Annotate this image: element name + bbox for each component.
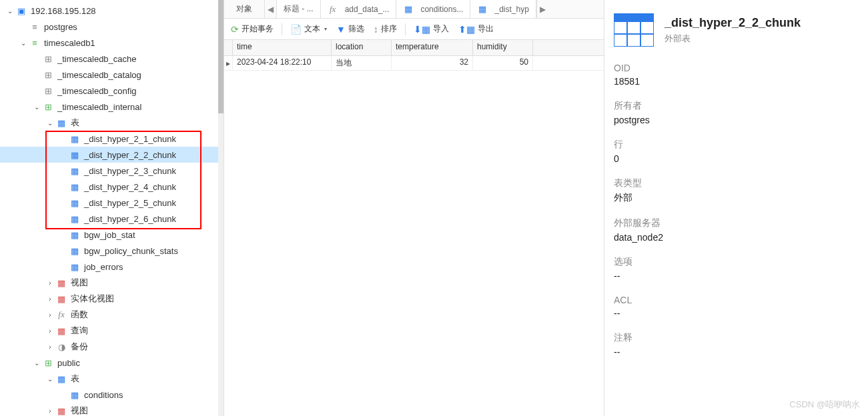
tree-db-postgres[interactable]: ≡ postgres xyxy=(0,19,224,35)
tree-server[interactable]: ⌄ ▣ 192.168.195.128 xyxy=(0,3,224,19)
folder-label: 备份 xyxy=(71,341,88,353)
export-button[interactable]: ⬆▦ 导出 xyxy=(454,21,498,37)
col-header-temperature[interactable]: temperature xyxy=(392,40,473,55)
scrollbar[interactable] xyxy=(218,0,224,416)
chevron-right-icon[interactable]: › xyxy=(45,326,55,335)
chevron-right-icon[interactable]: › xyxy=(45,294,55,303)
tab-add-data[interactable]: fx add_data_... xyxy=(321,0,397,18)
tree-folder-tables[interactable]: ⌄ ▦ 表 xyxy=(0,115,224,131)
toolbar: ⟳ 开始事务 📄 文本 ▾ ▼ 筛选 ↕ 排序 ⬇▦ 导入 ⬆▦ 导出 xyxy=(224,19,604,40)
chevron-down-icon[interactable]: ⌄ xyxy=(32,358,41,367)
tree-table-chunk[interactable]: ▦ _dist_hyper_2_2_chunk xyxy=(0,147,224,163)
table-icon: ▦ xyxy=(69,229,80,240)
chevron-down-icon[interactable]: ⌄ xyxy=(45,118,55,127)
tree-folder-public-tables[interactable]: ⌄ ▦ 表 xyxy=(0,371,224,387)
tree-folder-functions[interactable]: › fx 函数 xyxy=(0,307,224,323)
col-header-humidity[interactable]: humidity xyxy=(473,40,533,55)
text-mode-button[interactable]: 📄 文本 ▾ xyxy=(286,21,331,37)
tree-schema-internal[interactable]: ⌄ ⊞ _timescaledb_internal xyxy=(0,99,224,115)
chevron-down-icon[interactable]: ⌄ xyxy=(5,6,15,15)
tab-conditions[interactable]: ▦ conditions... xyxy=(396,0,470,18)
tree-schema-config[interactable]: ⊞ _timescaledb_config xyxy=(0,83,224,99)
table-icon: ▦ xyxy=(69,165,80,176)
table-folder-icon: ▦ xyxy=(56,373,67,384)
table-icon: ▦ xyxy=(69,213,80,224)
cell-location[interactable]: 当地 xyxy=(332,56,392,70)
col-header-location[interactable]: location xyxy=(332,40,392,55)
backup-icon: ◑ xyxy=(56,341,67,352)
db-label: postgres xyxy=(44,22,77,32)
tree-table-conditions[interactable]: ▦ conditions xyxy=(0,387,224,403)
chevron-down-icon[interactable]: ⌄ xyxy=(45,374,55,383)
tree-table-job-errors[interactable]: ▦ job_errors xyxy=(0,259,224,275)
database-icon: ≡ xyxy=(29,21,40,32)
tree-table-bgw-job-stat[interactable]: ▦ bgw_job_stat xyxy=(0,227,224,243)
data-grid[interactable]: time location temperature humidity ▸ 202… xyxy=(224,40,604,416)
tab-title[interactable]: 标题 - ... xyxy=(276,0,321,18)
table-label: conditions xyxy=(84,390,123,400)
tree-schema-cache[interactable]: ⊞ _timescaledb_cache xyxy=(0,51,224,67)
tab-dist-hyper[interactable]: ▦ _dist_hyp xyxy=(470,0,536,18)
chevron-right-icon[interactable]: › xyxy=(45,310,55,319)
cell-time[interactable]: 2023-04-24 18:22:10 xyxy=(233,56,332,70)
import-button[interactable]: ⬇▦ 导入 xyxy=(410,21,453,37)
table-label: bgw_job_stat xyxy=(84,230,135,240)
table-row[interactable]: ▸ 2023-04-24 18:22:10 当地 32 50 xyxy=(224,56,604,71)
tree-schema-catalog[interactable]: ⊞ _timescaledb_catalog xyxy=(0,67,224,83)
server-label: 192.168.195.128 xyxy=(31,6,96,16)
sort-icon: ↕ xyxy=(374,24,378,35)
server-icon: ▣ xyxy=(16,5,27,16)
tree-db-timescale[interactable]: ⌄ ≡ timescaledb1 xyxy=(0,35,224,51)
table-folder-icon: ▦ xyxy=(56,117,67,128)
schema-icon: ⊞ xyxy=(43,85,53,96)
tree-table-chunk[interactable]: ▦ _dist_hyper_2_4_chunk xyxy=(0,179,224,195)
watermark: CSDN @唔咿呐水 xyxy=(789,399,860,411)
prop-oid: OID 18581 xyxy=(614,63,859,87)
folder-label: 视图 xyxy=(71,277,88,289)
chevron-right-icon[interactable]: › xyxy=(45,406,55,415)
begin-transaction-button[interactable]: ⟳ 开始事务 xyxy=(227,21,278,37)
tree-table-chunk[interactable]: ▦ _dist_hyper_2_1_chunk xyxy=(0,131,224,147)
table-icon: ▦ xyxy=(69,245,80,256)
inspector-title: _dist_hyper_2_2_chunk xyxy=(665,16,801,30)
chevron-right-icon[interactable]: › xyxy=(45,278,55,287)
chevron-down-icon[interactable]: ⌄ xyxy=(19,38,28,47)
tree-schema-public[interactable]: ⌄ ⊞ public xyxy=(0,355,224,371)
tree-folder-views[interactable]: › ▦ 视图 xyxy=(0,275,224,291)
schema-icon: ⊞ xyxy=(43,101,53,112)
table-label: _dist_hyper_2_2_chunk xyxy=(84,150,176,160)
schema-icon: ⊞ xyxy=(43,69,53,80)
tree-folder-backup[interactable]: › ◑ 备份 xyxy=(0,339,224,355)
tree-table-chunk[interactable]: ▦ _dist_hyper_2_6_chunk xyxy=(0,211,224,227)
col-header-time[interactable]: time xyxy=(233,40,332,55)
folder-label: 查询 xyxy=(71,325,88,337)
tree-table-chunk[interactable]: ▦ _dist_hyper_2_5_chunk xyxy=(0,195,224,211)
tab-prev[interactable]: ◀ xyxy=(264,0,276,18)
chevron-right-icon[interactable]: › xyxy=(45,342,55,351)
tree-folder-public-views[interactable]: › ▦ 视图 xyxy=(0,403,224,416)
filter-button[interactable]: ▼ 筛选 xyxy=(332,21,368,37)
tab-next[interactable]: ▶ xyxy=(536,0,548,18)
folder-label: 函数 xyxy=(71,309,88,321)
matview-icon: ▦ xyxy=(56,293,67,304)
table-icon: ▦ xyxy=(69,133,80,144)
table-label: _dist_hyper_2_3_chunk xyxy=(84,166,176,176)
tab-object[interactable]: 对象 xyxy=(224,0,264,18)
cell-humidity[interactable]: 50 xyxy=(473,56,533,70)
schema-label: _timescaledb_config xyxy=(57,86,137,96)
chevron-down-icon[interactable]: ⌄ xyxy=(32,102,41,111)
sort-button[interactable]: ↕ 排序 xyxy=(370,21,401,37)
sidebar-tree[interactable]: ⌄ ▣ 192.168.195.128 ≡ postgres ⌄ ≡ times… xyxy=(0,0,224,416)
tree-table-bgw-policy[interactable]: ▦ bgw_policy_chunk_stats xyxy=(0,243,224,259)
table-label: _dist_hyper_2_5_chunk xyxy=(84,198,176,208)
prop-foreign-server: 外部服务器 data_node2 xyxy=(614,217,859,243)
scrollbar-thumb[interactable] xyxy=(218,0,224,113)
tree-table-chunk[interactable]: ▦ _dist_hyper_2_3_chunk xyxy=(0,163,224,179)
cell-temperature[interactable]: 32 xyxy=(392,56,473,70)
view-icon: ▦ xyxy=(56,277,67,288)
tree-folder-queries[interactable]: › ▦ 查询 xyxy=(0,323,224,339)
main-panel: 对象 ◀ 标题 - ... fx add_data_... ▦ conditio… xyxy=(224,0,604,416)
tree-folder-matviews[interactable]: › ▦ 实体化视图 xyxy=(0,291,224,307)
table-label: _dist_hyper_2_1_chunk xyxy=(84,134,176,144)
inspector-subtitle: 外部表 xyxy=(665,33,801,45)
